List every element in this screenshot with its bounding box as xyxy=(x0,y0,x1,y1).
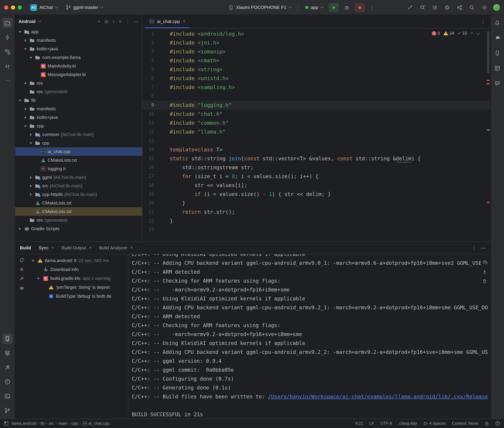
plugins-icon[interactable] xyxy=(442,3,452,12)
chevron-right-icon[interactable] xyxy=(28,176,33,179)
problems-tool-button[interactable] xyxy=(2,377,13,387)
code-line[interactable]: 3#include <iomanip> xyxy=(142,47,490,56)
soft-wrap-icon[interactable] xyxy=(482,259,487,264)
tree-row[interactable]: Gradle Scripts xyxy=(15,224,142,233)
code-line[interactable]: 22} xyxy=(142,216,490,225)
lock-icon[interactable] xyxy=(485,421,489,426)
chevron-right-icon[interactable] xyxy=(28,184,33,187)
tree-row[interactable]: manifests xyxy=(15,105,142,113)
inspections-widget[interactable]: ! 3 ! 24 ✓ 15 xyxy=(429,30,482,36)
breadcrumb-item[interactable]: src xyxy=(49,421,54,426)
chevron-right-icon[interactable] xyxy=(23,107,28,110)
code-tools-icon[interactable] xyxy=(405,3,415,12)
breadcrumb-item[interactable]: llama.android xyxy=(12,421,36,426)
branch-selector[interactable]: ggml-master xyxy=(63,3,106,11)
previous-problem-icon[interactable] xyxy=(470,32,474,36)
tree-row[interactable]: ggml[AiChat.lib.main] xyxy=(15,173,142,181)
clear-console-icon[interactable] xyxy=(482,279,487,283)
tree-row[interactable]: cpp xyxy=(15,122,142,130)
code-line[interactable]: 4#include <cmath> xyxy=(142,56,490,65)
line-separator[interactable]: LF xyxy=(369,421,374,426)
pull-requests-tool-button[interactable] xyxy=(2,61,13,71)
tree-row[interactable]: llama.android: fi22 sec, 583 ms xyxy=(28,256,128,265)
minimize-window-button[interactable] xyxy=(11,5,15,9)
change-stripe-mark[interactable] xyxy=(487,130,490,131)
chevron-down-icon[interactable] xyxy=(28,141,33,145)
tree-row[interactable]: src[AiChat.lib.main] xyxy=(15,181,142,190)
caret-position[interactable]: 9:21 xyxy=(355,421,363,426)
tree-row[interactable]: res(generated) xyxy=(15,216,142,224)
tree-row[interactable]: CMakeLists.txt xyxy=(15,207,142,216)
stop-button[interactable] xyxy=(354,3,365,12)
code-editor[interactable]: 1#include <android/log.h>2#include <jni.… xyxy=(142,28,490,241)
code-line[interactable]: 15static std::string join(const std::vec… xyxy=(142,154,490,163)
build-panel-title[interactable]: Build xyxy=(20,245,31,250)
breadcrumb-item[interactable]: main xyxy=(58,421,67,426)
file-encoding[interactable]: UTF-8 xyxy=(380,421,392,426)
app-insights-tool-button[interactable] xyxy=(492,78,503,88)
gradle-tool-button[interactable] xyxy=(492,33,503,43)
ai-search-icon[interactable] xyxy=(418,3,427,12)
chevron-down-icon[interactable] xyxy=(17,98,22,103)
project-selector[interactable]: AC AiChat xyxy=(27,3,60,12)
close-icon[interactable]: × xyxy=(52,245,54,250)
panel-options-icon[interactable]: ⋮ xyxy=(126,19,130,24)
next-problem-icon[interactable] xyxy=(476,31,480,35)
code-line[interactable]: 12#include "llama.h" xyxy=(142,127,490,136)
chevron-right-icon[interactable] xyxy=(17,227,22,230)
collapse-all-icon[interactable]: × xyxy=(119,19,121,24)
tree-row[interactable]: Download info xyxy=(28,265,128,274)
context-status[interactable]: Context: None xyxy=(452,421,478,426)
tree-row[interactable]: 'jvmTarget: String' is deprec xyxy=(28,283,128,292)
task-list-icon[interactable] xyxy=(430,3,440,12)
passed-indicator[interactable]: ✓ 15 xyxy=(458,31,467,36)
pin-icon[interactable] xyxy=(19,276,24,281)
refresh-icon[interactable] xyxy=(19,257,24,263)
user-avatar[interactable] xyxy=(493,4,500,11)
layout-inspector-tool-button[interactable] xyxy=(492,63,503,73)
code-line[interactable]: 9#include "logging.h" xyxy=(142,101,490,110)
hide-build-panel-icon[interactable]: — xyxy=(481,245,486,250)
code-line[interactable]: 6#include <unistd.h> xyxy=(142,74,490,83)
build-tab-build-output[interactable]: Build Output× xyxy=(61,245,92,250)
build-tab-build-analyzer[interactable]: Build Analyzer× xyxy=(99,245,133,250)
breadcrumb-item[interactable]: lib xyxy=(41,421,45,426)
chevron-down-icon[interactable] xyxy=(28,55,33,60)
editor-tab[interactable]: ai_chat.cpp × xyxy=(145,15,189,28)
clang-tidy-status[interactable]: .clang-tidy xyxy=(398,421,417,426)
terminal-tool-button[interactable] xyxy=(2,391,13,401)
tree-row[interactable]: CMakeLists.txt xyxy=(15,199,142,207)
chevron-right-icon[interactable] xyxy=(23,116,28,119)
tree-row[interactable]: kotlin+java xyxy=(15,45,142,53)
error-stripe-mark[interactable] xyxy=(487,80,490,81)
tree-row[interactable]: cpp xyxy=(15,139,142,147)
tree-row[interactable]: res xyxy=(15,79,142,87)
device-explorer-tool-button[interactable] xyxy=(2,348,13,358)
breadcrumb-item[interactable]: cpp xyxy=(71,421,78,426)
tree-row[interactable]: common[AiChat.lib.main] xyxy=(15,130,142,139)
debug-button[interactable] xyxy=(342,3,352,12)
notifications-bell-icon[interactable] xyxy=(492,18,503,28)
hide-panel-icon[interactable]: — xyxy=(134,19,138,24)
close-tab-icon[interactable]: × xyxy=(183,19,185,24)
device-manager-tool-button[interactable] xyxy=(492,48,503,58)
chevron-right-icon[interactable] xyxy=(23,82,28,84)
tree-row[interactable]: app xyxy=(15,27,142,36)
tree-row[interactable]: ai_chat.cpp xyxy=(15,147,142,156)
close-icon[interactable]: × xyxy=(130,245,133,250)
share-icon[interactable] xyxy=(455,3,464,12)
code-line[interactable]: 5#include <string> xyxy=(142,65,490,74)
project-tool-button[interactable] xyxy=(2,18,13,28)
close-window-button[interactable] xyxy=(4,5,8,9)
code-line[interactable]: 8 xyxy=(142,92,490,101)
add-icon[interactable]: + xyxy=(98,19,100,24)
device-selector[interactable]: Xiaomi POCOPHONE F1 xyxy=(226,3,294,11)
chevron-down-icon[interactable] xyxy=(23,123,28,128)
commit-tool-button[interactable] xyxy=(2,32,13,42)
code-line[interactable]: 17 for (size_t i = 0; i < values.size();… xyxy=(142,172,490,181)
errors-indicator[interactable]: ! 3 xyxy=(432,31,440,36)
structure-tool-button[interactable] xyxy=(2,47,13,57)
chevron-right-icon[interactable] xyxy=(28,193,33,196)
tree-row[interactable]: manifests xyxy=(15,36,142,45)
expand-all-icon[interactable]: ↕ xyxy=(112,19,115,24)
